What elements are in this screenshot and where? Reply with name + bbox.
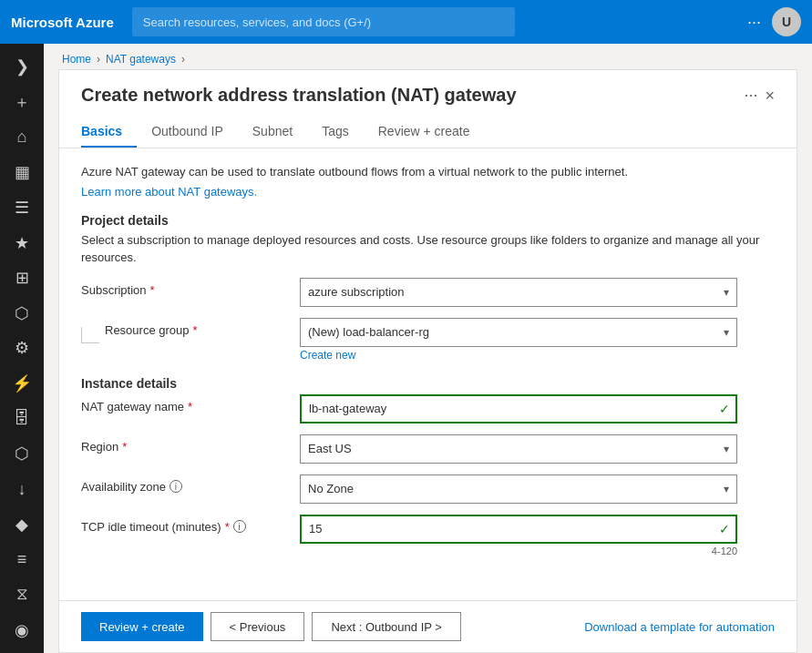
region-control: East US ▾ xyxy=(300,434,737,464)
sidebar-item-collapse[interactable]: ❯ xyxy=(4,51,40,83)
tcp-timeout-input[interactable] xyxy=(300,515,737,544)
learn-more-link[interactable]: Learn more about NAT gateways. xyxy=(81,185,257,199)
topbar: Microsoft Azure ··· U xyxy=(0,0,812,44)
tcp-timeout-info-icon[interactable]: i xyxy=(233,520,246,533)
content-area: Home › NAT gateways › Create network add… xyxy=(44,44,812,653)
create-panel: Create network address translation (NAT)… xyxy=(58,69,797,653)
availability-zone-dropdown[interactable]: No Zone ▾ xyxy=(300,474,737,504)
tabs: Basics Outbound IP Subnet Tags Review + … xyxy=(81,117,775,148)
tab-tags[interactable]: Tags xyxy=(307,117,364,148)
sidebar-item-kubernetes[interactable]: ⬡ xyxy=(4,297,40,329)
region-label: Region * xyxy=(81,434,300,454)
nat-gateway-name-row: NAT gateway name * ✓ xyxy=(81,394,775,423)
instance-details-title: Instance details xyxy=(81,376,775,391)
project-details-desc: Select a subscription to manage deployed… xyxy=(81,231,775,267)
tcp-timeout-label: TCP idle timeout (minutes) * i xyxy=(81,515,300,534)
review-create-button[interactable]: Review + create xyxy=(81,612,203,641)
resource-group-value: (New) load-balancer-rg xyxy=(308,325,429,339)
breadcrumb-sep-2: › xyxy=(181,53,185,66)
sidebar-item-all-services[interactable]: ☰ xyxy=(4,192,40,224)
breadcrumb-home[interactable]: Home xyxy=(62,53,91,66)
availability-zone-label: Availability zone i xyxy=(81,474,300,494)
sidebar-item-list[interactable]: ≡ xyxy=(4,544,40,576)
availability-zone-row: Availability zone i No Zone ▾ xyxy=(81,474,775,504)
panel-title-row: Create network address translation (NAT)… xyxy=(81,85,775,106)
nat-gateway-name-input-wrap: ✓ xyxy=(300,394,737,423)
availability-zone-control: No Zone ▾ xyxy=(300,474,737,504)
region-required: * xyxy=(122,440,127,454)
sidebar-item-sql[interactable]: 🗄 xyxy=(4,403,40,434)
panel-title-icons: ··· × xyxy=(744,86,775,105)
sidebar-item-create[interactable]: ＋ xyxy=(4,87,40,118)
tcp-timeout-row: TCP idle timeout (minutes) * i ✓ 4-120 xyxy=(81,515,775,556)
sidebar-item-app-services[interactable]: ⊞ xyxy=(4,262,40,294)
subscription-row: Subscription * azure subscription ▾ xyxy=(81,278,775,307)
resource-group-control: (New) load-balancer-rg ▾ Create new xyxy=(300,318,737,362)
region-row: Region * East US ▾ xyxy=(81,434,775,464)
resource-group-dropdown[interactable]: (New) load-balancer-rg ▾ xyxy=(300,318,737,347)
nat-name-required: * xyxy=(188,400,192,413)
subscription-dropdown-arrow: ▾ xyxy=(724,286,729,299)
download-template-link[interactable]: Download a template for automation xyxy=(584,620,775,634)
sidebar-item-settings[interactable]: ⚙ xyxy=(4,332,40,364)
project-details-title: Project details xyxy=(81,213,775,228)
nat-gateway-name-label: NAT gateway name * xyxy=(81,394,300,413)
tab-review-create[interactable]: Review + create xyxy=(364,117,485,148)
tcp-valid-check-icon: ✓ xyxy=(719,522,730,536)
create-new-link[interactable]: Create new xyxy=(300,349,355,362)
info-description: Azure NAT gateway can be used to transla… xyxy=(81,163,775,181)
valid-check-icon: ✓ xyxy=(719,402,730,416)
subscription-dropdown[interactable]: azure subscription ▾ xyxy=(300,278,737,307)
search-input[interactable] xyxy=(132,7,515,36)
avatar[interactable]: U xyxy=(772,7,801,36)
sidebar-item-functions[interactable]: ⚡ xyxy=(4,368,40,400)
panel-close-button[interactable]: × xyxy=(765,87,775,104)
panel-footer: Review + create < Previous Next : Outbou… xyxy=(59,600,797,652)
azure-brand: Microsoft Azure xyxy=(11,15,114,30)
tab-outbound-ip[interactable]: Outbound IP xyxy=(137,117,238,148)
subscription-control: azure subscription ▾ xyxy=(300,278,737,307)
region-dropdown-arrow: ▾ xyxy=(724,443,729,455)
tcp-required: * xyxy=(225,520,230,534)
previous-button[interactable]: < Previous xyxy=(211,612,305,641)
resource-group-label: Resource group * xyxy=(99,318,198,337)
main-layout: ❯ ＋ ⌂ ▦ ☰ ★ ⊞ ⬡ ⚙ ⚡ 🗄 ⬡ ↓ ◆ ≡ ⧖ ◉ Home ›… xyxy=(0,44,812,653)
subscription-value: azure subscription xyxy=(308,285,405,299)
tcp-timeout-control: ✓ 4-120 xyxy=(300,515,737,556)
topbar-right: ··· U xyxy=(747,7,801,36)
region-value: East US xyxy=(308,442,352,455)
sidebar-item-devops[interactable]: ⧖ xyxy=(4,579,40,611)
breadcrumb-nat[interactable]: NAT gateways xyxy=(106,53,176,66)
tab-subnet[interactable]: Subnet xyxy=(238,117,307,148)
tcp-timeout-input-wrap: ✓ xyxy=(300,515,737,544)
subscription-required: * xyxy=(150,283,155,297)
availability-zone-info-icon[interactable]: i xyxy=(170,480,182,493)
availability-zone-value: No Zone xyxy=(308,482,354,495)
sidebar-item-favorites[interactable]: ★ xyxy=(4,227,40,259)
panel-ellipsis-icon[interactable]: ··· xyxy=(744,86,757,105)
ellipsis-icon[interactable]: ··· xyxy=(747,13,761,32)
sidebar-item-dashboard[interactable]: ▦ xyxy=(4,157,40,189)
rg-dropdown-arrow: ▾ xyxy=(724,326,729,339)
region-dropdown[interactable]: East US ▾ xyxy=(300,434,737,464)
sidebar: ❯ ＋ ⌂ ▦ ☰ ★ ⊞ ⬡ ⚙ ⚡ 🗄 ⬡ ↓ ◆ ≡ ⧖ ◉ xyxy=(0,44,44,653)
sidebar-item-home[interactable]: ⌂ xyxy=(4,121,40,153)
panel-header: Create network address translation (NAT)… xyxy=(59,70,797,148)
sidebar-item-monitor[interactable]: ↓ xyxy=(4,474,40,505)
sidebar-item-cost[interactable]: ◉ xyxy=(4,614,40,646)
rg-required: * xyxy=(193,323,198,337)
next-button[interactable]: Next : Outbound IP > xyxy=(312,612,461,641)
tab-basics[interactable]: Basics xyxy=(81,117,137,148)
tcp-hint-text: 4-120 xyxy=(300,546,737,556)
subscription-label: Subscription * xyxy=(81,278,300,297)
breadcrumb: Home › NAT gateways › xyxy=(44,44,812,69)
panel-body: Azure NAT gateway can be used to transla… xyxy=(59,148,797,600)
sidebar-item-api[interactable]: ⬡ xyxy=(4,438,40,470)
resource-group-row: Resource group * (New) load-balancer-rg … xyxy=(81,318,775,362)
nat-gateway-name-control: ✓ xyxy=(300,394,737,423)
breadcrumb-sep-1: › xyxy=(97,53,100,66)
sidebar-item-security[interactable]: ◆ xyxy=(4,508,40,540)
panel-title: Create network address translation (NAT)… xyxy=(81,85,517,106)
nat-gateway-name-input[interactable] xyxy=(300,394,737,423)
az-dropdown-arrow: ▾ xyxy=(724,483,729,495)
